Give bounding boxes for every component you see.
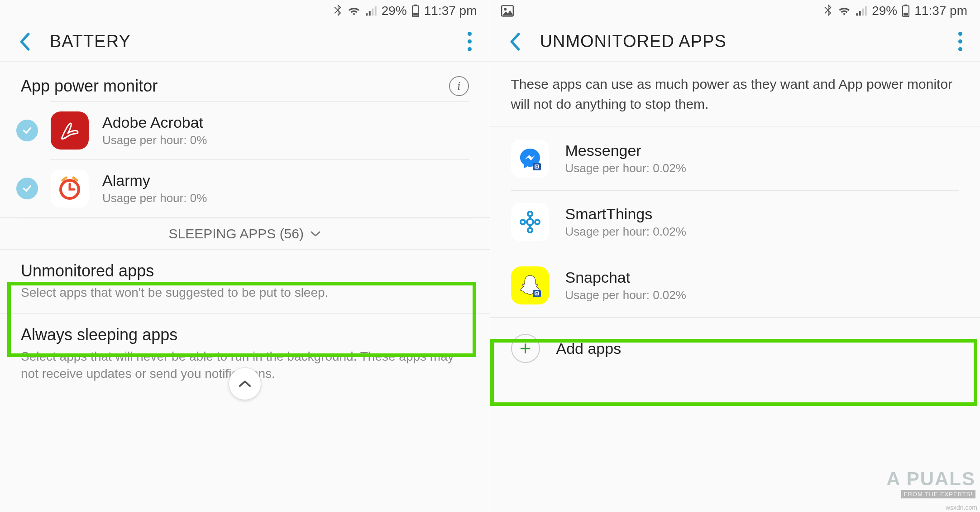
app-row-smartthings[interactable]: SmartThings Usage per hour: 0.02% (490, 190, 980, 254)
svg-rect-7 (904, 5, 907, 6)
app-bar: UNMONITORED APPS (490, 22, 980, 62)
app-usage-label: Usage per hour: 0.02% (565, 225, 686, 239)
appuals-watermark: A PUALS FROM THE EXPERTS! (886, 468, 975, 498)
chevron-down-icon (310, 230, 321, 237)
status-bar: 29% 11:37 pm (490, 0, 980, 22)
app-usage-label: Usage per hour: 0% (102, 133, 207, 147)
content-area: App power monitor i Adobe Acrobat Usage … (0, 62, 490, 512)
app-name-label: Snapchat (565, 269, 686, 286)
always-sleeping-apps-row[interactable]: Always sleeping apps Select apps that wi… (0, 313, 490, 394)
add-apps-row[interactable]: + Add apps (490, 317, 980, 379)
setting-title: Unmonitored apps (21, 261, 469, 280)
app-name-label: SmartThings (565, 205, 686, 223)
app-usage-label: Usage per hour: 0.02% (565, 161, 686, 175)
overflow-menu-button[interactable] (957, 32, 963, 51)
svg-point-14 (535, 220, 540, 224)
checkmark-icon[interactable] (16, 120, 38, 141)
signal-icon (856, 5, 867, 16)
adobe-acrobat-icon (51, 111, 89, 150)
battery-icon (411, 5, 420, 17)
app-name-label: Adobe Acrobat (102, 114, 207, 131)
svg-point-12 (527, 219, 533, 225)
unmonitored-apps-screen: 29% 11:37 pm UNMONITORED APPS These apps… (490, 0, 980, 512)
svg-rect-8 (904, 13, 908, 15)
scroll-up-button[interactable] (229, 367, 261, 400)
messenger-icon (511, 140, 549, 178)
app-usage-label: Usage per hour: 0% (102, 191, 207, 205)
unmonitored-apps-row[interactable]: Unmonitored apps Select apps that won't … (0, 249, 490, 313)
clock-time: 11:37 pm (914, 4, 967, 18)
svg-point-19 (536, 293, 537, 295)
page-title: BATTERY (50, 32, 467, 51)
app-row-snapchat[interactable]: Snapchat Usage per hour: 0.02% (490, 254, 980, 317)
section-header: App power monitor i (0, 62, 490, 101)
svg-rect-2 (413, 13, 418, 15)
app-name-label: Alarmy (102, 172, 207, 189)
app-row-alarmy[interactable]: Alarmy Usage per hour: 0% (0, 159, 490, 217)
app-usage-label: Usage per hour: 0.02% (565, 288, 686, 302)
battery-screen: 29% 11:37 pm BATTERY App power monitor i (0, 0, 490, 512)
battery-icon (902, 5, 910, 17)
app-row-adobe-acrobat[interactable]: Adobe Acrobat Usage per hour: 0% (0, 101, 490, 159)
svg-rect-1 (414, 5, 417, 6)
sleeping-apps-label: SLEEPING APPS (56) (169, 226, 304, 242)
wifi-icon (837, 5, 851, 16)
svg-point-13 (521, 220, 525, 224)
back-button[interactable] (508, 35, 522, 48)
back-button[interactable] (18, 35, 32, 48)
setting-title: Always sleeping apps (21, 325, 469, 344)
sleeping-apps-toggle[interactable]: SLEEPING APPS (56) (0, 217, 490, 249)
clock-time: 11:37 pm (424, 4, 477, 18)
status-bar: 29% 11:37 pm (0, 0, 490, 22)
info-icon[interactable]: i (449, 76, 469, 96)
content-area: These apps can use as much power as they… (490, 62, 980, 512)
setting-subtitle: Select apps that won't be suggested to b… (21, 284, 469, 301)
alarmy-icon (51, 169, 89, 208)
overflow-menu-button[interactable] (467, 32, 473, 51)
wifi-icon (347, 5, 361, 16)
smartthings-icon (511, 203, 549, 241)
battery-percentage: 29% (382, 4, 407, 18)
signal-icon (365, 5, 377, 16)
svg-point-16 (528, 228, 532, 232)
description-text: These apps can use as much power as they… (490, 62, 980, 127)
app-bar: BATTERY (0, 22, 490, 62)
app-name-label: Messenger (565, 142, 686, 159)
svg-point-15 (528, 212, 532, 216)
checkmark-icon[interactable] (16, 178, 38, 199)
snapchat-icon (511, 266, 549, 304)
section-title: App power monitor (21, 77, 158, 96)
source-watermark: wsxdn.com (946, 504, 977, 511)
image-icon (501, 5, 514, 17)
add-apps-label: Add apps (556, 340, 621, 357)
battery-percentage: 29% (872, 4, 897, 18)
svg-point-11 (536, 166, 537, 168)
app-row-messenger[interactable]: Messenger Usage per hour: 0.02% (490, 127, 980, 190)
page-title: UNMONITORED APPS (540, 32, 958, 51)
svg-point-5 (504, 8, 507, 11)
bluetooth-icon (823, 4, 833, 18)
bluetooth-icon (333, 4, 343, 18)
plus-icon: + (511, 334, 540, 363)
